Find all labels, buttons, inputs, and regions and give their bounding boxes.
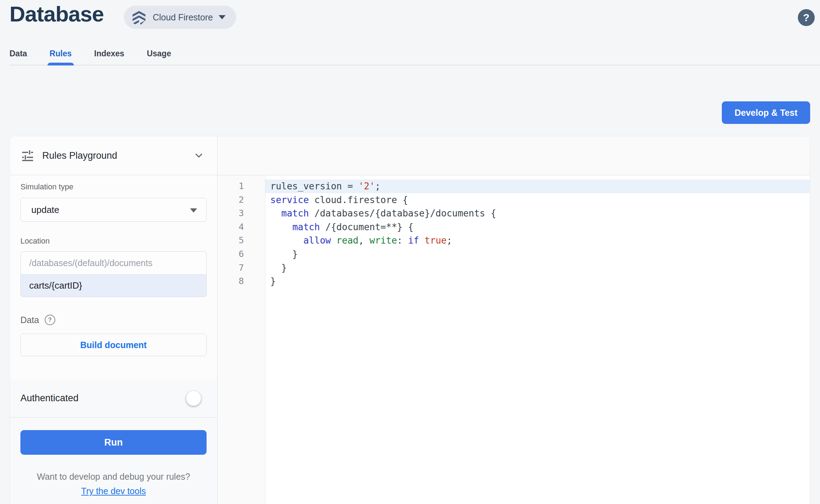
location-label: Location: [20, 237, 207, 246]
tab-usage[interactable]: Usage: [147, 42, 171, 65]
code-area: 12345678 rules_version = '2';service clo…: [217, 175, 810, 504]
playground-form: Simulation type update Location /databas…: [10, 175, 217, 379]
code-line[interactable]: match /databases/{database}/documents {: [265, 207, 810, 220]
line-number: 7: [217, 261, 265, 275]
simulation-type-label: Simulation type: [20, 182, 207, 191]
simulation-type-value: update: [31, 204, 59, 215]
question-icon: ?: [803, 12, 809, 24]
line-number: 3: [217, 207, 265, 220]
editor-toolbar: [217, 136, 810, 175]
authenticated-row: Authenticated: [10, 379, 217, 417]
location-box: /databases/(default)/documents carts/{ca…: [20, 251, 207, 297]
line-number: 8: [217, 275, 265, 288]
run-button[interactable]: Run: [20, 430, 207, 455]
footer-text: Want to develop and debug your rules?: [20, 472, 207, 482]
tab-indexes[interactable]: Indexes: [94, 42, 125, 65]
code-line[interactable]: rules_version = '2';: [265, 179, 810, 193]
select-caret-icon: [190, 208, 197, 213]
develop-test-button[interactable]: Develop & Test: [722, 101, 810, 124]
authenticated-label: Authenticated: [20, 393, 78, 404]
build-document-button[interactable]: Build document: [20, 334, 207, 356]
chevron-down-icon: [219, 15, 226, 19]
data-help-icon[interactable]: ?: [45, 315, 55, 325]
authenticated-toggle[interactable]: [188, 393, 208, 404]
playground-footer: Run Want to develop and debug your rules…: [10, 417, 217, 504]
tab-data[interactable]: Data: [10, 42, 27, 65]
database-selector-label: Cloud Firestore: [153, 12, 213, 23]
collapse-chevron-icon[interactable]: [193, 150, 204, 161]
location-prefix: /databases/(default)/documents: [21, 252, 206, 274]
code-line[interactable]: }: [265, 247, 810, 261]
help-button[interactable]: ?: [798, 9, 815, 26]
panel-title: Rules Playground: [42, 150, 185, 161]
tune-icon: [20, 149, 34, 163]
tab-bar: Data Rules Indexes Usage: [10, 42, 820, 65]
simulation-type-select[interactable]: update: [20, 198, 207, 222]
line-number: 1: [217, 179, 265, 193]
code-line[interactable]: match /{document=**} {: [265, 220, 810, 234]
database-selector-chip[interactable]: Cloud Firestore: [124, 6, 236, 29]
tab-rules[interactable]: Rules: [50, 42, 72, 65]
code-line[interactable]: service cloud.firestore {: [265, 193, 810, 207]
rules-playground-header[interactable]: Rules Playground: [10, 136, 217, 175]
code-line[interactable]: }: [265, 275, 810, 288]
line-number: 4: [217, 220, 265, 234]
data-label: Data: [20, 315, 39, 325]
rules-card: Rules Playground Simulation type update …: [10, 136, 810, 504]
line-numbers: 12345678: [217, 175, 265, 504]
firestore-icon: [131, 9, 147, 25]
code-lines[interactable]: rules_version = '2';service cloud.firest…: [265, 175, 810, 504]
page-title: Database: [10, 1, 104, 26]
data-row: Data ?: [20, 314, 207, 326]
line-number: 5: [217, 234, 265, 247]
line-number: 2: [217, 193, 265, 207]
toggle-thumb: [186, 391, 201, 406]
rules-playground-panel: Rules Playground Simulation type update …: [10, 136, 217, 504]
code-line[interactable]: }: [265, 261, 810, 275]
location-input[interactable]: carts/{cartID}: [21, 274, 206, 297]
dev-tools-link[interactable]: Try the dev tools: [81, 486, 146, 496]
rules-editor: 12345678 rules_version = '2';service clo…: [217, 136, 810, 504]
line-number: 6: [217, 247, 265, 261]
code-line[interactable]: allow read, write: if true;: [265, 234, 810, 247]
